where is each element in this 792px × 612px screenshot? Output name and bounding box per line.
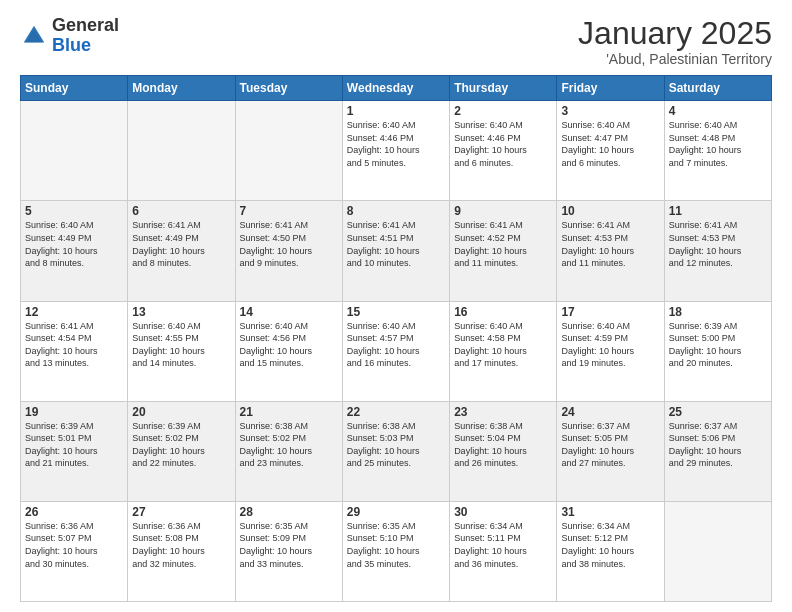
calendar-table: SundayMondayTuesdayWednesdayThursdayFrid… (20, 75, 772, 602)
day-info: Sunrise: 6:40 AM Sunset: 4:47 PM Dayligh… (561, 119, 659, 169)
day-cell: 6Sunrise: 6:41 AM Sunset: 4:49 PM Daylig… (128, 201, 235, 301)
day-info: Sunrise: 6:40 AM Sunset: 4:46 PM Dayligh… (347, 119, 445, 169)
day-number: 18 (669, 305, 767, 319)
day-info: Sunrise: 6:41 AM Sunset: 4:50 PM Dayligh… (240, 219, 338, 269)
day-info: Sunrise: 6:34 AM Sunset: 5:11 PM Dayligh… (454, 520, 552, 570)
day-info: Sunrise: 6:40 AM Sunset: 4:55 PM Dayligh… (132, 320, 230, 370)
day-info: Sunrise: 6:36 AM Sunset: 5:07 PM Dayligh… (25, 520, 123, 570)
day-cell (664, 501, 771, 601)
day-cell: 15Sunrise: 6:40 AM Sunset: 4:57 PM Dayli… (342, 301, 449, 401)
week-row-3: 12Sunrise: 6:41 AM Sunset: 4:54 PM Dayli… (21, 301, 772, 401)
day-cell: 21Sunrise: 6:38 AM Sunset: 5:02 PM Dayli… (235, 401, 342, 501)
day-cell: 13Sunrise: 6:40 AM Sunset: 4:55 PM Dayli… (128, 301, 235, 401)
day-cell: 31Sunrise: 6:34 AM Sunset: 5:12 PM Dayli… (557, 501, 664, 601)
day-number: 12 (25, 305, 123, 319)
day-header-wednesday: Wednesday (342, 76, 449, 101)
day-cell: 17Sunrise: 6:40 AM Sunset: 4:59 PM Dayli… (557, 301, 664, 401)
day-number: 5 (25, 204, 123, 218)
day-cell: 11Sunrise: 6:41 AM Sunset: 4:53 PM Dayli… (664, 201, 771, 301)
day-number: 31 (561, 505, 659, 519)
day-info: Sunrise: 6:40 AM Sunset: 4:56 PM Dayligh… (240, 320, 338, 370)
day-cell: 1Sunrise: 6:40 AM Sunset: 4:46 PM Daylig… (342, 101, 449, 201)
day-cell (235, 101, 342, 201)
day-info: Sunrise: 6:35 AM Sunset: 5:10 PM Dayligh… (347, 520, 445, 570)
day-cell: 23Sunrise: 6:38 AM Sunset: 5:04 PM Dayli… (450, 401, 557, 501)
day-number: 9 (454, 204, 552, 218)
day-number: 14 (240, 305, 338, 319)
day-cell: 29Sunrise: 6:35 AM Sunset: 5:10 PM Dayli… (342, 501, 449, 601)
day-number: 10 (561, 204, 659, 218)
day-header-monday: Monday (128, 76, 235, 101)
day-header-sunday: Sunday (21, 76, 128, 101)
day-header-tuesday: Tuesday (235, 76, 342, 101)
day-cell: 24Sunrise: 6:37 AM Sunset: 5:05 PM Dayli… (557, 401, 664, 501)
day-cell: 7Sunrise: 6:41 AM Sunset: 4:50 PM Daylig… (235, 201, 342, 301)
day-cell: 22Sunrise: 6:38 AM Sunset: 5:03 PM Dayli… (342, 401, 449, 501)
day-number: 25 (669, 405, 767, 419)
week-row-4: 19Sunrise: 6:39 AM Sunset: 5:01 PM Dayli… (21, 401, 772, 501)
day-cell: 3Sunrise: 6:40 AM Sunset: 4:47 PM Daylig… (557, 101, 664, 201)
header-row: SundayMondayTuesdayWednesdayThursdayFrid… (21, 76, 772, 101)
day-info: Sunrise: 6:40 AM Sunset: 4:59 PM Dayligh… (561, 320, 659, 370)
day-info: Sunrise: 6:41 AM Sunset: 4:52 PM Dayligh… (454, 219, 552, 269)
main-title: January 2025 (578, 16, 772, 51)
week-row-1: 1Sunrise: 6:40 AM Sunset: 4:46 PM Daylig… (21, 101, 772, 201)
day-header-saturday: Saturday (664, 76, 771, 101)
day-cell: 16Sunrise: 6:40 AM Sunset: 4:58 PM Dayli… (450, 301, 557, 401)
day-info: Sunrise: 6:39 AM Sunset: 5:00 PM Dayligh… (669, 320, 767, 370)
day-info: Sunrise: 6:40 AM Sunset: 4:57 PM Dayligh… (347, 320, 445, 370)
logo: General Blue (20, 16, 119, 56)
day-number: 2 (454, 104, 552, 118)
title-block: January 2025 'Abud, Palestinian Territor… (578, 16, 772, 67)
day-cell: 20Sunrise: 6:39 AM Sunset: 5:02 PM Dayli… (128, 401, 235, 501)
day-info: Sunrise: 6:35 AM Sunset: 5:09 PM Dayligh… (240, 520, 338, 570)
day-info: Sunrise: 6:37 AM Sunset: 5:05 PM Dayligh… (561, 420, 659, 470)
day-cell: 26Sunrise: 6:36 AM Sunset: 5:07 PM Dayli… (21, 501, 128, 601)
day-info: Sunrise: 6:40 AM Sunset: 4:49 PM Dayligh… (25, 219, 123, 269)
calendar-body: 1Sunrise: 6:40 AM Sunset: 4:46 PM Daylig… (21, 101, 772, 602)
day-number: 16 (454, 305, 552, 319)
day-number: 20 (132, 405, 230, 419)
day-cell: 19Sunrise: 6:39 AM Sunset: 5:01 PM Dayli… (21, 401, 128, 501)
day-number: 11 (669, 204, 767, 218)
day-number: 30 (454, 505, 552, 519)
day-number: 4 (669, 104, 767, 118)
day-number: 21 (240, 405, 338, 419)
day-cell: 25Sunrise: 6:37 AM Sunset: 5:06 PM Dayli… (664, 401, 771, 501)
day-cell (128, 101, 235, 201)
day-info: Sunrise: 6:38 AM Sunset: 5:03 PM Dayligh… (347, 420, 445, 470)
day-info: Sunrise: 6:38 AM Sunset: 5:02 PM Dayligh… (240, 420, 338, 470)
day-info: Sunrise: 6:40 AM Sunset: 4:58 PM Dayligh… (454, 320, 552, 370)
day-header-friday: Friday (557, 76, 664, 101)
sub-title: 'Abud, Palestinian Territory (578, 51, 772, 67)
day-info: Sunrise: 6:40 AM Sunset: 4:46 PM Dayligh… (454, 119, 552, 169)
logo-text: General Blue (52, 16, 119, 56)
day-number: 3 (561, 104, 659, 118)
day-cell: 30Sunrise: 6:34 AM Sunset: 5:11 PM Dayli… (450, 501, 557, 601)
day-info: Sunrise: 6:34 AM Sunset: 5:12 PM Dayligh… (561, 520, 659, 570)
day-info: Sunrise: 6:41 AM Sunset: 4:49 PM Dayligh… (132, 219, 230, 269)
day-info: Sunrise: 6:38 AM Sunset: 5:04 PM Dayligh… (454, 420, 552, 470)
day-cell (21, 101, 128, 201)
day-number: 29 (347, 505, 445, 519)
day-number: 26 (25, 505, 123, 519)
day-info: Sunrise: 6:39 AM Sunset: 5:01 PM Dayligh… (25, 420, 123, 470)
day-number: 13 (132, 305, 230, 319)
day-cell: 14Sunrise: 6:40 AM Sunset: 4:56 PM Dayli… (235, 301, 342, 401)
day-cell: 10Sunrise: 6:41 AM Sunset: 4:53 PM Dayli… (557, 201, 664, 301)
day-cell: 28Sunrise: 6:35 AM Sunset: 5:09 PM Dayli… (235, 501, 342, 601)
day-info: Sunrise: 6:41 AM Sunset: 4:51 PM Dayligh… (347, 219, 445, 269)
day-number: 17 (561, 305, 659, 319)
day-number: 8 (347, 204, 445, 218)
day-number: 7 (240, 204, 338, 218)
day-number: 22 (347, 405, 445, 419)
logo-icon (20, 22, 48, 50)
day-cell: 5Sunrise: 6:40 AM Sunset: 4:49 PM Daylig… (21, 201, 128, 301)
day-cell: 8Sunrise: 6:41 AM Sunset: 4:51 PM Daylig… (342, 201, 449, 301)
logo-general-text: General (52, 15, 119, 35)
week-row-5: 26Sunrise: 6:36 AM Sunset: 5:07 PM Dayli… (21, 501, 772, 601)
day-cell: 12Sunrise: 6:41 AM Sunset: 4:54 PM Dayli… (21, 301, 128, 401)
day-number: 27 (132, 505, 230, 519)
day-cell: 27Sunrise: 6:36 AM Sunset: 5:08 PM Dayli… (128, 501, 235, 601)
day-info: Sunrise: 6:40 AM Sunset: 4:48 PM Dayligh… (669, 119, 767, 169)
